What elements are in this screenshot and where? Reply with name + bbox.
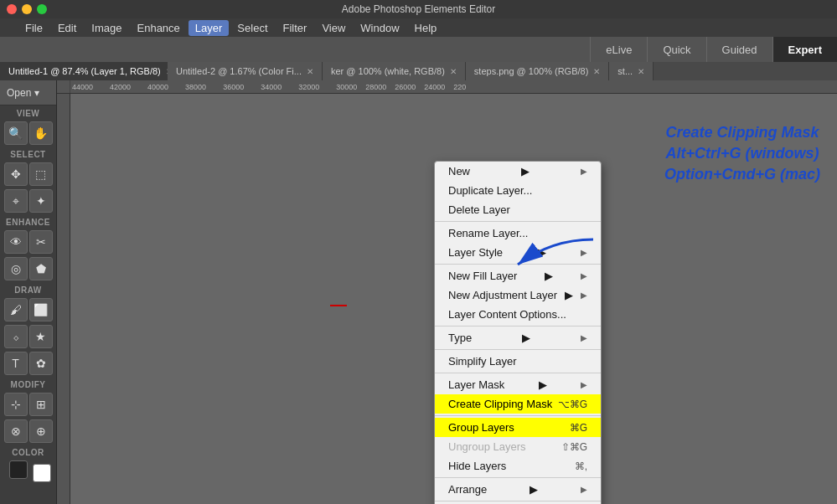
doc-tab-5[interactable]: st... ✕ (609, 62, 654, 80)
section-modify: MODIFY (0, 377, 56, 391)
doc-tabs: Untitled-1 @ 87.4% (Layer 1, RGB/8) ✕ Un… (0, 62, 837, 80)
section-enhance: ENHANCE (0, 214, 56, 229)
menu-new-adjustment[interactable]: New Adjustment Layer ▶ (435, 285, 601, 305)
shape-tool[interactable]: ★ (29, 325, 53, 348)
menu-image[interactable]: Image (85, 20, 128, 36)
close-doc-2[interactable]: ✕ (307, 67, 313, 76)
menu-layer-style[interactable]: Layer Style ▶ (435, 243, 601, 262)
menu-new-fill[interactable]: New Fill Layer ▶ (435, 266, 601, 285)
recompose-tool[interactable]: ⊞ (29, 393, 53, 416)
hand-tool[interactable]: ✋ (29, 121, 53, 145)
menu-help[interactable]: Help (408, 20, 444, 36)
eye-tool[interactable]: 👁 (4, 230, 28, 254)
color-swatches-row (0, 459, 56, 481)
menubar: File Edit Image Enhance Layer Select Fil… (0, 18, 837, 37)
doc-tab-2[interactable]: Untitled-2 @ 1.67% (Color Fi... ✕ (168, 62, 323, 80)
tab-expert[interactable]: Expert (772, 37, 837, 62)
ruler-tick: 28000 (365, 83, 386, 91)
menu-rename[interactable]: Rename Layer... (435, 224, 601, 243)
menu-enhance[interactable]: Enhance (131, 20, 187, 36)
menu-file[interactable]: File (18, 20, 49, 36)
blur-tool[interactable]: ◎ (4, 257, 28, 280)
open-button[interactable]: Open ▾ (0, 80, 56, 105)
marquee-tool[interactable]: ⬚ (29, 162, 53, 186)
mode-bar: eLive Quick Guided Expert (0, 37, 837, 62)
menu-new[interactable]: New ▶ (435, 162, 601, 181)
draw-tools-row-1: 🖌 ⬜ (0, 296, 56, 323)
arrow-icon: ▶ (545, 270, 553, 282)
annotation-line-3: Option+Cmd+G (mac) (664, 164, 820, 185)
menu-duplicate[interactable]: Duplicate Layer... (435, 181, 601, 200)
menu-group-layers[interactable]: Group Layers ⌘G (435, 418, 601, 437)
custom-shape-tool[interactable]: ✿ (29, 352, 53, 375)
ruler-horizontal: 44000 42000 40000 38000 36000 34000 3200… (57, 80, 837, 94)
select-tools-row-1: ✥ ⬚ (0, 161, 56, 188)
main-area: Open ▾ VIEW 🔍 ✋ SELECT ✥ ⬚ ⌖ ✦ ENHANCE 👁… (0, 80, 837, 504)
brush-tool[interactable]: 🖌 (4, 298, 28, 321)
doc-tab-4[interactable]: steps.png @ 100% (RGB/8) ✕ (466, 62, 610, 80)
section-select: SELECT (0, 147, 56, 161)
foreground-color[interactable] (9, 460, 28, 479)
smudge-tool[interactable]: ⬟ (29, 257, 53, 280)
close-doc-5[interactable]: ✕ (638, 67, 644, 76)
close-doc-4[interactable]: ✕ (593, 67, 600, 76)
crop-tool[interactable]: ⊹ (4, 393, 28, 416)
menu-window[interactable]: Window (354, 20, 406, 36)
ruler-tick: 40000 (147, 83, 168, 91)
open-arrow: ▾ (34, 87, 39, 99)
ruler-tick: 24000 (424, 83, 445, 91)
window-controls[interactable] (7, 4, 47, 14)
arrow-icon: ▶ (538, 246, 546, 259)
separator-1 (435, 221, 601, 222)
menu-type[interactable]: Type ▶ (435, 328, 601, 347)
minimize-button[interactable] (22, 4, 32, 14)
menu-hide-layers[interactable]: Hide Layers ⌘, (435, 456, 601, 476)
layer-menu: New ▶ Duplicate Layer... Delete Layer Re… (434, 161, 602, 504)
menu-layer-mask[interactable]: Layer Mask ▶ (435, 375, 601, 394)
text-tool[interactable]: T (4, 352, 28, 375)
apple-menu[interactable] (3, 26, 17, 29)
menu-create-clipping[interactable]: Create Clipping Mask ⌥⌘G (435, 394, 601, 414)
menu-layer-content[interactable]: Layer Content Options... (435, 305, 601, 324)
eraser-tool[interactable]: ⬜ (29, 298, 53, 321)
menu-filter[interactable]: Filter (276, 20, 314, 36)
app-title: Adobe Photoshop Elements Editor (342, 3, 495, 15)
tab-elive[interactable]: eLive (590, 37, 647, 62)
menu-select[interactable]: Select (230, 20, 274, 36)
canvas-area: 44000 42000 40000 38000 36000 34000 3200… (57, 80, 837, 504)
paint-bucket-tool[interactable]: ⬦ (4, 325, 28, 348)
clone-tool[interactable]: ✂ (29, 230, 53, 254)
close-doc-3[interactable]: ✕ (450, 67, 457, 76)
doc-tab-1[interactable]: Untitled-1 @ 87.4% (Layer 1, RGB/8) ✕ (0, 62, 168, 80)
select-tools-row-2: ⌖ ✦ (0, 188, 56, 214)
ruler-tick: 220 (453, 83, 466, 91)
draw-tools-row-2: ⬦ ★ (0, 323, 56, 350)
canvas-red-dash: — (330, 295, 347, 314)
section-view: VIEW (0, 105, 56, 120)
zoom-tool[interactable]: 🔍 (4, 121, 28, 145)
section-color: COLOR (0, 445, 56, 459)
ruler-tick: 42000 (110, 83, 131, 91)
lasso-tool[interactable]: ⌖ (4, 189, 28, 213)
menu-simplify[interactable]: Simplify Layer (435, 352, 601, 371)
menu-edit[interactable]: Edit (51, 20, 83, 36)
doc-tab-3[interactable]: ker @ 100% (white, RGB/8) ✕ (323, 62, 466, 80)
spot-heal-tool[interactable]: ⊗ (4, 419, 28, 443)
menu-delete[interactable]: Delete Layer (435, 200, 601, 219)
close-button[interactable] (7, 4, 17, 14)
red-eye-tool[interactable]: ⊕ (29, 419, 53, 443)
menu-layer[interactable]: Layer (189, 20, 230, 36)
background-color[interactable] (33, 464, 51, 482)
menu-arrange[interactable]: Arrange ▶ (435, 480, 601, 499)
tab-guided[interactable]: Guided (706, 37, 772, 62)
separator-3 (435, 326, 601, 327)
move-tool[interactable]: ✥ (4, 162, 28, 186)
tab-quick[interactable]: Quick (647, 37, 705, 62)
open-label: Open (7, 87, 31, 99)
menu-view[interactable]: View (315, 20, 352, 36)
magic-wand-tool[interactable]: ✦ (29, 189, 53, 213)
maximize-button[interactable] (37, 4, 47, 14)
ruler-tick: 30000 (336, 83, 357, 91)
arrow-icon: ▶ (530, 483, 538, 496)
separator-2 (435, 264, 601, 265)
